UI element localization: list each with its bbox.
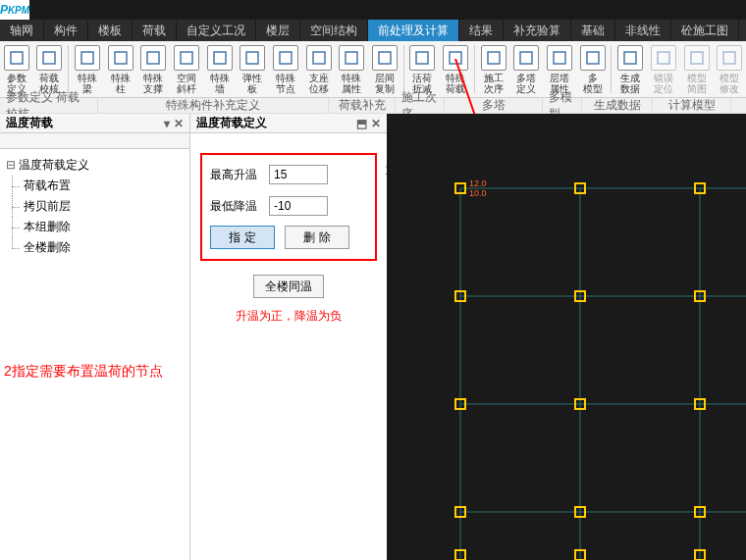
ribbon-icon — [339, 45, 364, 71]
menu-6[interactable]: 空间结构 — [300, 20, 368, 41]
ribbon-icon — [580, 45, 606, 71]
all-floors-button[interactable]: 全楼同温 — [253, 275, 324, 298]
menu-4[interactable]: 自定义工况 — [177, 20, 256, 41]
svg-rect-4 — [147, 52, 159, 64]
menu-3[interactable]: 荷载 — [133, 20, 177, 41]
menu-7[interactable]: 前处理及计算 — [368, 20, 459, 41]
ribbon-btn-24[interactable]: 模型简图 — [680, 41, 714, 97]
dim-label-2: 10.0 — [469, 188, 487, 198]
delete-button[interactable]: 删 除 — [285, 226, 349, 249]
svg-rect-19 — [658, 52, 669, 64]
menu-5[interactable]: 楼层 — [256, 20, 300, 41]
ribbon-icon — [513, 45, 539, 71]
menu-1[interactable]: 构件 — [44, 20, 88, 41]
tree-item-0[interactable]: 荷载布置 — [6, 176, 184, 196]
ribbon-icon — [481, 45, 506, 71]
svg-rect-17 — [587, 52, 599, 64]
annotation-2: 2指定需要布置温荷的节点 — [4, 363, 163, 381]
left-panel: 温度荷载 ▾ ✕ 温度荷载定义 荷载布置拷贝前层本组删除全楼删除 — [0, 114, 190, 560]
ribbon-icon — [75, 45, 100, 71]
model-viewport[interactable]: 12.0 10.0 — [387, 114, 746, 560]
ribbon-btn-12[interactable]: 层间复制 — [368, 41, 401, 97]
svg-rect-0 — [11, 52, 23, 64]
ribbon-group-4: 多塔 — [445, 98, 543, 113]
max-temp-input[interactable] — [269, 165, 328, 184]
pin-icon[interactable]: ⬒ — [356, 117, 367, 130]
definition-panel-title: 温度荷载定义 — [196, 115, 267, 131]
input-highlight-box: 1填写升降温 最高升温 最低降温 指 定 删 除 — [200, 153, 377, 261]
svg-rect-1 — [43, 52, 55, 64]
ribbon-toolbar: 参数定义荷载校核特殊梁特殊柱特殊支撑空间斜杆特殊墙弹性板特殊节点支座位移特殊属性… — [0, 41, 746, 98]
svg-rect-11 — [379, 52, 391, 64]
ribbon-icon — [273, 45, 298, 71]
ribbon-btn-23[interactable]: 错误定位 — [647, 41, 680, 97]
ribbon-group-3: 施工次序 — [396, 98, 445, 113]
ribbon-btn-10[interactable]: 支座位移 — [302, 41, 336, 97]
ribbon-btn-25[interactable]: 模型修改 — [713, 41, 746, 97]
menu-8[interactable]: 结果 — [459, 20, 504, 41]
ribbon-group-0: 参数定义 荷载校核 — [0, 98, 98, 113]
ribbon-btn-22[interactable]: 生成数据 — [613, 41, 647, 97]
tree-item-2[interactable]: 本组删除 — [6, 217, 184, 237]
menu-11[interactable]: 非线性 — [615, 20, 671, 41]
menu-2[interactable]: 楼板 — [88, 20, 133, 41]
svg-rect-3 — [115, 52, 127, 64]
svg-rect-21 — [723, 52, 735, 64]
ribbon-icon — [140, 45, 166, 71]
svg-rect-6 — [214, 52, 226, 64]
min-temp-label: 最低降温 — [210, 198, 269, 215]
menu-9[interactable]: 补充验算 — [504, 20, 571, 41]
svg-rect-15 — [520, 52, 532, 64]
ribbon-btn-20[interactable]: 多模型 — [576, 41, 610, 97]
tree-item-1[interactable]: 拷贝前层 — [6, 196, 184, 217]
menu-10[interactable]: 基础 — [571, 20, 615, 41]
svg-rect-5 — [181, 52, 192, 64]
ribbon-icon — [443, 45, 468, 71]
ribbon-btn-5[interactable]: 特殊支撑 — [137, 41, 171, 97]
dropdown-icon[interactable]: ▾ — [164, 117, 170, 130]
ribbon-btn-11[interactable]: 特殊属性 — [335, 41, 368, 97]
assign-button[interactable]: 指 定 — [210, 226, 275, 249]
ribbon-group-1: 特殊构件补充定义 — [98, 98, 329, 113]
svg-rect-16 — [554, 52, 565, 64]
max-temp-label: 最高升温 — [210, 167, 269, 183]
ribbon-btn-15[interactable]: 特殊荷载 — [439, 41, 472, 97]
ribbon-btn-9[interactable]: 特殊节点 — [269, 41, 302, 97]
left-panel-title: 温度荷载 — [6, 115, 53, 131]
svg-rect-18 — [624, 52, 636, 64]
hint-text: 升温为正，降温为负 — [200, 308, 377, 325]
ribbon-icon — [108, 45, 133, 71]
ribbon-icon — [174, 45, 199, 71]
close-icon[interactable]: ✕ — [371, 117, 381, 130]
ribbon-btn-6[interactable]: 空间斜杆 — [170, 41, 203, 97]
tree-root[interactable]: 温度荷载定义 — [6, 155, 184, 176]
ribbon-icon — [409, 45, 435, 71]
ribbon-btn-18[interactable]: 多塔定义 — [510, 41, 544, 97]
ribbon-btn-17[interactable]: 施工次序 — [477, 41, 510, 97]
ribbon-icon — [240, 45, 265, 71]
ribbon-icon — [372, 45, 398, 71]
menu-0[interactable]: 轴网 — [0, 20, 44, 41]
definition-panel-header: 温度荷载定义 ⬒ ✕ — [190, 114, 387, 133]
ribbon-btn-4[interactable]: 特殊柱 — [104, 41, 137, 97]
menu-12[interactable]: 砼施工图 — [671, 20, 739, 41]
tree-item-3[interactable]: 全楼删除 — [6, 237, 184, 258]
ribbon-group-labels: 参数定义 荷载校核特殊构件补充定义荷载补充施工次序多塔多模型生成数据计算模型 — [0, 98, 746, 114]
definition-panel: 温度荷载定义 ⬒ ✕ 1填写升降温 最高升温 最低降温 — [190, 114, 387, 560]
ribbon-btn-8[interactable]: 弹性板 — [236, 41, 269, 97]
ribbon-icon — [4, 45, 29, 71]
ribbon-group-7: 计算模型 — [653, 98, 731, 113]
ribbon-icon — [717, 45, 742, 71]
svg-rect-20 — [691, 52, 703, 64]
close-icon[interactable]: ✕ — [174, 117, 184, 130]
left-panel-subheader — [0, 133, 189, 149]
svg-rect-13 — [450, 52, 461, 64]
svg-rect-2 — [81, 52, 93, 64]
ribbon-group-6: 生成数据 — [582, 98, 653, 113]
ribbon-group-5: 多模型 — [543, 98, 582, 113]
ribbon-btn-7[interactable]: 特殊墙 — [203, 41, 237, 97]
min-temp-input[interactable] — [269, 196, 328, 216]
ribbon-icon — [684, 45, 710, 71]
svg-rect-9 — [313, 52, 325, 64]
svg-rect-10 — [346, 52, 357, 64]
